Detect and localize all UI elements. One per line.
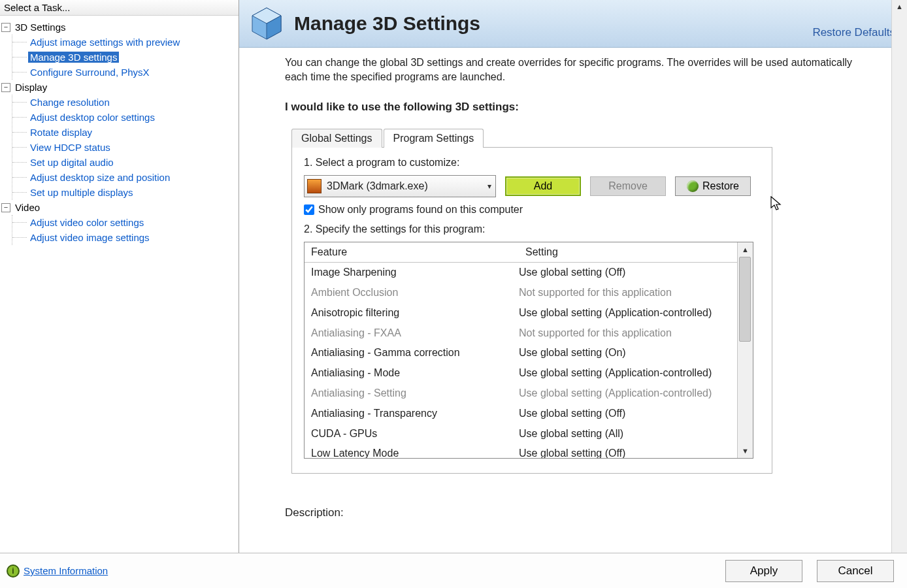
table-row[interactable]: Antialiasing - FXAANot supported for thi… [305,323,737,344]
header-3d-icon [248,5,285,42]
show-only-checkbox-row[interactable]: Show only programs found on this compute… [304,204,760,216]
section-title: I would like to use the following 3D set… [285,101,883,114]
task-sidebar: Select a Task... −3D SettingsAdjust imag… [0,0,239,553]
system-information-label: System Information [24,565,108,576]
tree-item[interactable]: Set up multiple displays [28,187,135,198]
step2-label: 2. Specify the settings for this program… [304,223,760,235]
tree-group-label[interactable]: Video [13,202,42,213]
setting-cell: Use global setting (Application-controll… [519,305,712,321]
page-title: Manage 3D Settings [294,12,812,35]
tree-toggle-icon[interactable]: − [1,83,10,92]
setting-cell: Use global setting (On) [519,345,626,361]
restore-button-label: Restore [702,180,739,192]
apply-button[interactable]: Apply [725,560,802,582]
table-row[interactable]: Antialiasing - ModeUse global setting (A… [305,363,737,384]
content-scroll-up-icon[interactable]: ▲ [893,0,906,13]
setting-cell: Use global setting (All) [519,426,623,442]
feature-cell: Antialiasing - FXAA [311,325,519,342]
content-header: Manage 3D Settings Restore Defaults [239,0,907,48]
tree-item[interactable]: Adjust image settings with preview [28,37,182,48]
program-selected-text: 3DMark (3dmark.exe) [327,180,487,192]
setting-cell: Use global setting (Application-controll… [519,385,712,402]
feature-cell: Anisotropic filtering [311,305,519,321]
feature-cell: Low Latency Mode [311,446,519,458]
program-select-combo[interactable]: 3DMark (3dmark.exe) ▾ [304,175,496,197]
task-tree: −3D SettingsAdjust image settings with p… [0,16,239,553]
feature-cell: Antialiasing - Setting [311,385,519,402]
tree-item[interactable]: Change resolution [28,97,112,108]
tree-item[interactable]: Configure Surround, PhysX [28,67,152,78]
table-row[interactable]: Antialiasing - Gamma correctionUse globa… [305,343,737,363]
table-row[interactable]: Low Latency ModeUse global setting (Off) [305,444,737,458]
scroll-up-icon[interactable]: ▲ [739,244,752,255]
tree-toggle-icon[interactable]: − [1,23,10,32]
table-scrollbar[interactable]: ▲ ▼ [737,242,753,458]
setting-cell: Not supported for this application [519,325,672,342]
tree-item[interactable]: Adjust video image settings [28,232,152,243]
program-settings-panel: 1. Select a program to customize: 3DMark… [291,147,772,474]
setting-cell: Use global setting (Off) [519,446,625,458]
tree-group-label[interactable]: Display [13,82,49,93]
setting-cell: Use global setting (Off) [519,406,625,422]
tree-group-label[interactable]: 3D Settings [13,22,68,33]
table-row[interactable]: Anisotropic filteringUse global setting … [305,303,737,323]
content-scrollbar[interactable]: ▲ [891,0,907,553]
restore-button[interactable]: Restore [675,176,751,196]
step1-label: 1. Select a program to customize: [304,157,760,169]
sidebar-title: Select a Task... [0,0,239,16]
scroll-thumb[interactable] [739,257,751,342]
tab-global-settings[interactable]: Global Settings [291,129,382,148]
setting-cell: Not supported for this application [519,285,672,301]
col-setting: Setting [519,242,737,262]
scroll-down-icon[interactable]: ▼ [739,445,752,457]
show-only-label: Show only programs found on this compute… [318,204,523,216]
feature-cell: Ambient Occlusion [311,285,519,301]
tree-item[interactable]: Rotate display [28,127,94,138]
system-information-link[interactable]: i System Information [7,564,108,578]
description-label: Description: [285,506,883,519]
nvidia-icon [687,180,699,192]
show-only-checkbox[interactable] [304,204,314,215]
feature-cell: CUDA - GPUs [311,426,519,442]
table-row[interactable]: Image SharpeningUse global setting (Off) [305,263,737,283]
program-icon [307,179,322,193]
tab-bar: Global Settings Program Settings [291,129,883,148]
remove-button[interactable]: Remove [590,176,666,196]
tree-item[interactable]: Adjust video color settings [28,217,146,228]
cancel-button[interactable]: Cancel [817,560,894,582]
table-row[interactable]: Ambient OcclusionNot supported for this … [305,283,737,303]
feature-cell: Antialiasing - Transparency [311,406,519,422]
feature-cell: Antialiasing - Mode [311,365,519,382]
settings-table: Feature Setting Image SharpeningUse glob… [304,242,753,459]
feature-cell: Antialiasing - Gamma correction [311,345,519,361]
feature-cell: Image Sharpening [311,265,519,281]
tab-program-settings[interactable]: Program Settings [384,129,484,148]
setting-cell: Use global setting (Off) [519,265,625,281]
tree-item[interactable]: Set up digital audio [28,157,116,168]
table-header: Feature Setting [305,242,737,263]
footer-bar: i System Information Apply Cancel [0,553,907,588]
tree-item[interactable]: Adjust desktop size and position [28,172,172,183]
table-row[interactable]: Antialiasing - SettingUse global setting… [305,384,737,404]
info-icon: i [7,564,20,578]
table-row[interactable]: CUDA - GPUsUse global setting (All) [305,424,737,444]
restore-defaults-link[interactable]: Restore Defaults [812,26,895,39]
col-feature: Feature [305,242,519,262]
add-button[interactable]: Add [505,176,581,196]
tree-item[interactable]: Adjust desktop color settings [28,112,157,123]
setting-cell: Use global setting (Application-controll… [519,365,712,382]
tree-toggle-icon[interactable]: − [1,203,10,212]
content-pane: Manage 3D Settings Restore Defaults You … [239,0,907,553]
table-row[interactable]: Antialiasing - TransparencyUse global se… [305,404,737,424]
intro-text: You can change the global 3D settings an… [285,56,873,84]
tree-item[interactable]: Manage 3D settings [28,52,119,63]
tree-item[interactable]: View HDCP status [28,142,112,153]
chevron-down-icon: ▾ [487,182,491,191]
